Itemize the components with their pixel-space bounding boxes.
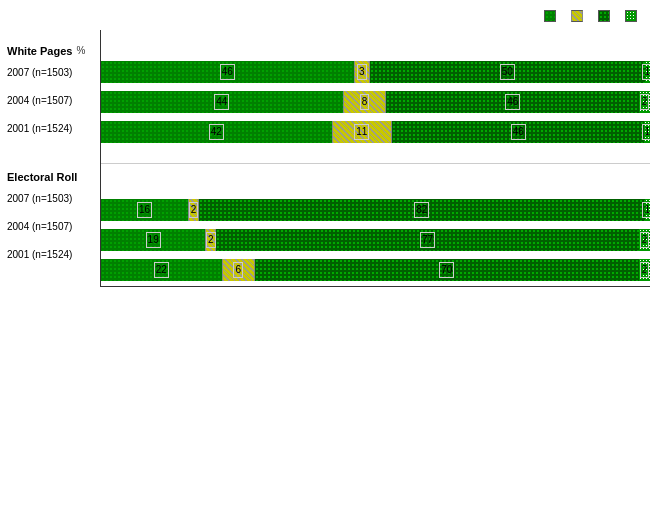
- bar-row-1-2: 226702: [101, 256, 650, 284]
- seg-value-2: 50: [500, 64, 515, 80]
- bar-area: 4635014484624211461162821192772226702: [100, 30, 650, 287]
- seg-value-0: 44: [214, 94, 229, 110]
- legend-neither-icon: [571, 10, 583, 22]
- segment-cantsay-1-0: 1: [645, 199, 650, 221]
- legend-neither: [571, 10, 586, 22]
- segment-neither-1-1: 2: [205, 229, 216, 251]
- row-label-0-1: 2004 (n=1507): [5, 86, 100, 114]
- labels-column: White Pages%2007 (n=1503)2004 (n=1507)20…: [5, 30, 100, 287]
- segment-agree-0-0: 46: [101, 61, 354, 83]
- seg-value-2: 46: [505, 94, 520, 110]
- segment-neither-0-1: 8: [343, 91, 387, 113]
- seg-value-1: 2: [206, 232, 216, 248]
- legend-cantsay: [625, 10, 640, 22]
- bar-row-1-1: 192772: [101, 226, 650, 254]
- legend: [5, 10, 650, 22]
- seg-value-0: 22: [154, 262, 169, 278]
- seg-value-0: 42: [209, 124, 224, 140]
- segment-disagree-0-1: 46: [386, 91, 639, 113]
- bar-track-0-0: 463501: [101, 61, 650, 83]
- segment-neither-0-0: 3: [354, 61, 370, 83]
- seg-value-3: 1: [642, 124, 650, 140]
- seg-value-1: 2: [189, 202, 199, 218]
- seg-value-3: 2: [640, 94, 650, 110]
- bar-track-1-2: 226702: [101, 259, 650, 281]
- seg-value-2: 82: [414, 202, 429, 218]
- seg-value-1: 11: [354, 124, 369, 140]
- legend-agree: [544, 10, 559, 22]
- segment-disagree-0-0: 50: [370, 61, 645, 83]
- seg-value-2: 70: [439, 262, 454, 278]
- segment-cantsay-0-0: 1: [645, 61, 650, 83]
- bar-track-1-0: 162821: [101, 199, 650, 221]
- row-label-1-1: 2004 (n=1507): [5, 212, 100, 240]
- bar-track-0-1: 448462: [101, 91, 650, 113]
- segment-agree-1-2: 22: [101, 259, 222, 281]
- bar-row-0-0: 463501: [101, 58, 650, 86]
- row-label-1-2: 2001 (n=1524): [5, 240, 100, 268]
- seg-value-3: 2: [640, 232, 650, 248]
- seg-value-3: 2: [640, 262, 650, 278]
- segment-cantsay-1-1: 2: [639, 229, 650, 251]
- segment-neither-0-2: 11: [332, 121, 392, 143]
- seg-value-1: 3: [357, 64, 367, 80]
- seg-value-0: 16: [137, 202, 152, 218]
- segment-agree-0-1: 44: [101, 91, 343, 113]
- seg-value-2: 77: [420, 232, 435, 248]
- legend-disagree-icon: [598, 10, 610, 22]
- seg-value-1: 6: [233, 262, 243, 278]
- segment-neither-1-2: 6: [222, 259, 255, 281]
- legend-cantsay-icon: [625, 10, 637, 22]
- bar-track-0-2: 4211461: [101, 121, 650, 143]
- bar-row-1-0: 162821: [101, 196, 650, 224]
- segment-disagree-1-1: 77: [216, 229, 639, 251]
- section-header-0: White Pages: [5, 45, 72, 58]
- segment-agree-1-0: 16: [101, 199, 188, 221]
- bar-row-0-2: 4211461: [101, 118, 650, 146]
- segment-cantsay-1-2: 2: [639, 259, 650, 281]
- seg-value-3: 1: [642, 202, 650, 218]
- legend-disagree: [598, 10, 613, 22]
- bar-row-0-1: 448462: [101, 88, 650, 116]
- seg-value-2: 46: [511, 124, 526, 140]
- bar-track-1-1: 192772: [101, 229, 650, 251]
- pct-label: %: [72, 45, 85, 58]
- section-header-1: Electoral Roll: [5, 171, 77, 184]
- segment-agree-1-1: 19: [101, 229, 205, 251]
- row-label-1-0: 2007 (n=1503): [5, 184, 100, 212]
- segment-agree-0-2: 42: [101, 121, 332, 143]
- seg-value-0: 19: [146, 232, 161, 248]
- segment-disagree-1-0: 82: [199, 199, 645, 221]
- segment-disagree-1-2: 70: [255, 259, 639, 281]
- segment-cantsay-0-2: 1: [644, 121, 649, 143]
- row-label-0-0: 2007 (n=1503): [5, 58, 100, 86]
- segment-disagree-0-2: 46: [392, 121, 645, 143]
- chart-container: White Pages%2007 (n=1503)2004 (n=1507)20…: [0, 0, 660, 505]
- seg-value-3: 1: [642, 64, 650, 80]
- segment-neither-1-0: 2: [188, 199, 199, 221]
- seg-value-0: 46: [220, 64, 235, 80]
- seg-value-1: 8: [360, 94, 370, 110]
- row-label-0-2: 2001 (n=1524): [5, 114, 100, 142]
- segment-cantsay-0-1: 2: [639, 91, 650, 113]
- chart-body: White Pages%2007 (n=1503)2004 (n=1507)20…: [5, 30, 650, 287]
- legend-agree-icon: [544, 10, 556, 22]
